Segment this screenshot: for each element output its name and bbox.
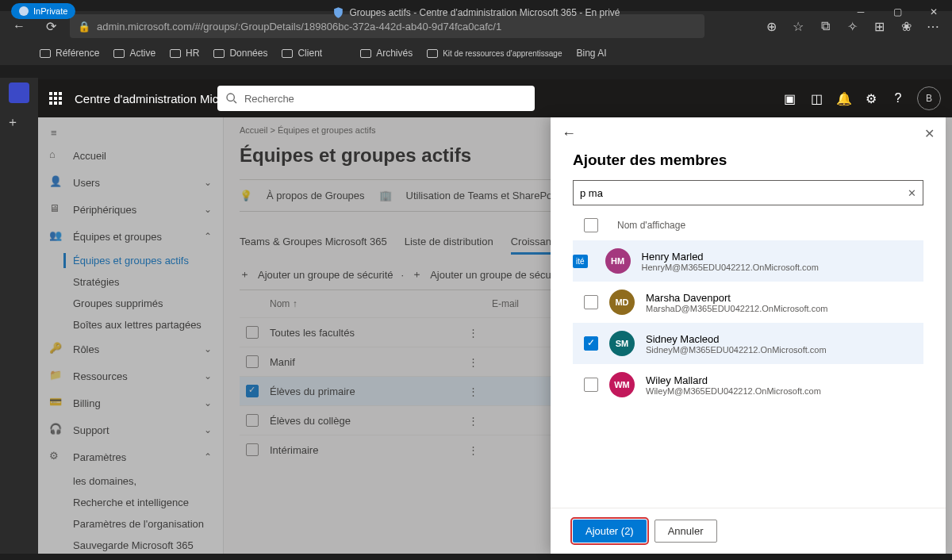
results-header: Nom d'affichage xyxy=(573,205,923,240)
app-header: Centre d'administration Microsoft 365 Re… xyxy=(38,79,952,117)
bookmark-item[interactable]: Données xyxy=(213,48,267,59)
result-row[interactable]: ité HM Henry Marled HenryM@M365EDU042212… xyxy=(573,240,923,282)
add-button[interactable]: Ajouter (2) xyxy=(573,520,647,543)
result-checkbox[interactable] xyxy=(584,295,598,309)
lock-icon: 🔒 xyxy=(78,21,90,33)
result-name: Henry Marled xyxy=(642,251,819,263)
result-row[interactable]: SM Sidney Macleod SidneyM@M365EDU042212.… xyxy=(573,323,923,364)
result-email: WileyM@M365EDU042212.OnMicrosoft.com xyxy=(646,386,821,396)
svg-point-0 xyxy=(227,94,234,101)
favorite-icon[interactable]: ☆ xyxy=(785,13,811,39)
bookmark-item[interactable]: Archivés xyxy=(360,48,413,59)
ite-badge: ité xyxy=(573,255,588,268)
help-icon[interactable]: ? xyxy=(890,90,906,106)
collections-icon[interactable]: ⧉ xyxy=(812,13,838,39)
inprivate-badge: InPrivate xyxy=(11,3,75,19)
shield-icon xyxy=(332,6,344,19)
result-checkbox[interactable] xyxy=(584,378,598,392)
bookmark-item[interactable]: Référence xyxy=(40,48,99,59)
header-icon[interactable]: ▣ xyxy=(782,90,798,106)
bookmarks-bar: Référence Active HR Données Client Archi… xyxy=(0,41,952,65)
result-email: MarshaD@M365EDU042212.OnMicrosoft.com xyxy=(646,304,827,313)
bookmark-item[interactable]: HR xyxy=(170,48,199,59)
url-text: admin.microsoft.com/#/groups/:GroupDetai… xyxy=(97,21,501,33)
avatar: SM xyxy=(609,331,635,356)
select-all-checkbox[interactable] xyxy=(584,218,598,232)
col-display-name[interactable]: Nom d'affichage xyxy=(617,220,685,231)
member-search-field[interactable] xyxy=(580,187,908,199)
result-name: Sidney Macleod xyxy=(646,333,827,345)
bookmark-item[interactable]: Active xyxy=(113,48,155,59)
maximize-button[interactable]: ▢ xyxy=(879,0,916,24)
result-email: HenryM@M365EDU042212.OnMicrosoft.com xyxy=(642,263,819,272)
result-email: SidneyM@M365EDU042212.OnMicrosoft.com xyxy=(646,345,827,355)
minimize-button[interactable]: ─ xyxy=(843,0,879,24)
close-button[interactable]: ✕ xyxy=(916,0,952,24)
tab-title: Groupes actifs - Centre d'administration… xyxy=(332,6,620,19)
result-checkbox[interactable] xyxy=(584,336,598,351)
search-placeholder: Recherche xyxy=(244,93,294,105)
result-row[interactable]: WM Wiley Mallard WileyM@M365EDU042212.On… xyxy=(573,364,923,405)
panel-close-button[interactable]: ✕ xyxy=(924,126,935,141)
result-name: Wiley Mallard xyxy=(646,374,821,386)
app-launcher-icon[interactable] xyxy=(49,92,62,105)
add-members-panel: ← ✕ Ajouter des membres ✕ Nom d'affichag… xyxy=(551,117,946,554)
window-controls: ─ ▢ ✕ xyxy=(843,0,952,24)
global-search[interactable]: Recherche xyxy=(217,86,535,111)
header-icon[interactable]: ◫ xyxy=(809,90,825,106)
avatar[interactable]: B xyxy=(917,86,941,110)
avatar: HM xyxy=(605,248,631,274)
bookmark-item[interactable]: Client xyxy=(282,48,322,59)
result-row[interactable]: MD Marsha Davenport MarshaD@M365EDU04221… xyxy=(573,282,923,323)
zoom-icon[interactable]: ⊕ xyxy=(758,13,784,39)
avatar: MD xyxy=(609,290,635,315)
panel-title: Ajouter des membres xyxy=(551,150,946,180)
notifications-icon[interactable]: 🔔 xyxy=(836,90,852,106)
add-tab-button[interactable]: ＋ xyxy=(0,109,25,135)
member-search-input[interactable]: ✕ xyxy=(573,180,923,205)
bookmark-item[interactable]: Bing AI xyxy=(576,48,606,59)
settings-icon[interactable]: ⚙ xyxy=(863,90,879,106)
search-icon xyxy=(225,92,238,105)
clear-icon[interactable]: ✕ xyxy=(908,187,916,199)
result-name: Marsha Davenport xyxy=(646,292,827,304)
app-logo[interactable] xyxy=(9,82,29,103)
folder-icon xyxy=(40,49,51,58)
panel-back-button[interactable]: ← xyxy=(562,125,576,142)
avatar: WM xyxy=(609,372,635,397)
cancel-button[interactable]: Annuler xyxy=(654,520,717,543)
bookmark-item[interactable]: Kit de ressources d'apprentissage xyxy=(427,49,562,58)
